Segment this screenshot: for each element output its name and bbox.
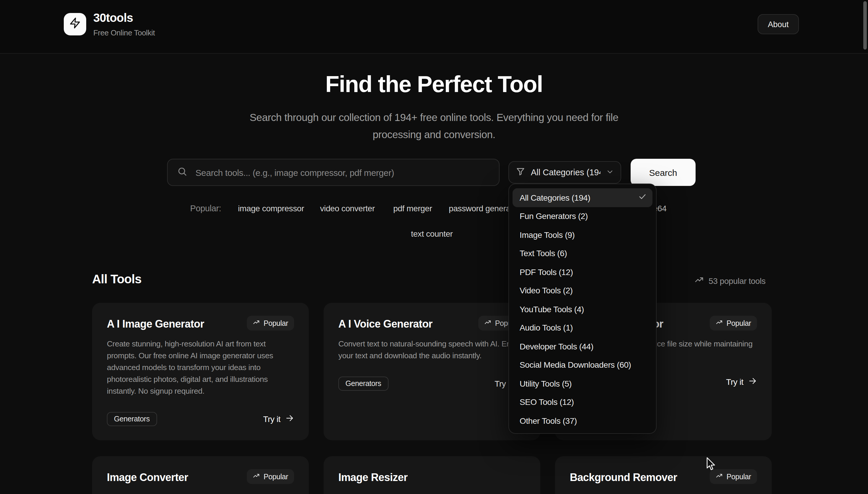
popular-term-pdf-merger[interactable]: pdf merger: [393, 204, 432, 213]
popular-term-video-converter[interactable]: video converter: [320, 204, 375, 213]
search-input[interactable]: [194, 167, 491, 178]
category-option-developer-tools[interactable]: Developer Tools (44): [512, 337, 653, 356]
category-option-all-categories[interactable]: All Categories (194): [512, 188, 653, 207]
trending-up-icon: [253, 472, 260, 481]
subtitle-line-1: Search through our collection of 194+ fr…: [249, 112, 618, 124]
category-option-seo-tools[interactable]: SEO Tools (12): [512, 393, 653, 411]
scrollbar-thumb[interactable]: [863, 1, 867, 50]
card-description: Convert text to natural-sounding speech …: [338, 338, 526, 362]
category-option-video-tools[interactable]: Video Tools (2): [512, 281, 653, 300]
tool-card-background-remover[interactable]: Background Remover Popular Remove image …: [555, 456, 772, 494]
search-icon: [177, 166, 194, 178]
popular-badge-label: Popular: [264, 473, 288, 481]
all-tools-heading: All Tools: [92, 272, 141, 286]
tool-card-ai-voice-generator[interactable]: A I Voice Generator Popular Convert text…: [324, 303, 540, 440]
card-description: Remove image backgrounds automatically w…: [570, 492, 757, 494]
popular-terms-row: Popular: image compressor video converte…: [0, 204, 868, 216]
category-option-other-tools[interactable]: Other Tools (37): [512, 411, 653, 430]
popular-label: Popular:: [190, 204, 221, 213]
tool-card-ai-image-generator[interactable]: A I Image Generator Popular Create stunn…: [92, 303, 309, 440]
popular-badge: Popular: [247, 316, 294, 330]
card-title: Image Converter: [107, 471, 188, 484]
card-description: Create stunning, high-resolution AI art …: [107, 338, 294, 397]
popular-badge: Popular: [247, 469, 294, 484]
popular-badge-label: Popular: [727, 473, 751, 481]
popular-badge: Popular: [710, 469, 757, 484]
card-title: A I Voice Generator: [338, 318, 433, 330]
trending-up-icon: [253, 319, 260, 327]
popular-term-image-compressor[interactable]: image compressor: [238, 204, 304, 213]
card-category-tag: Generators: [107, 412, 157, 426]
tool-card-image-resizer[interactable]: Image Resizer Resize images with custom …: [324, 456, 540, 494]
about-button[interactable]: About: [758, 14, 799, 34]
category-option-image-tools[interactable]: Image Tools (9): [512, 226, 653, 244]
search-button[interactable]: Search: [630, 159, 696, 186]
popular-term-text-counter[interactable]: text counter: [411, 229, 453, 239]
check-icon: [638, 193, 646, 203]
card-title: Image Resizer: [338, 471, 408, 484]
trending-up-icon: [716, 319, 723, 327]
brand-tagline: Free Online Toolkit: [93, 28, 155, 37]
card-title: A I Image Generator: [107, 318, 204, 330]
page-title: Find the Perfect Tool: [0, 71, 868, 97]
card-title: Background Remover: [570, 471, 677, 484]
category-option-audio-tools[interactable]: Audio Tools (1): [512, 318, 653, 337]
search-field[interactable]: [167, 159, 499, 186]
chevron-down-icon: [606, 168, 614, 177]
arrow-right-icon: [748, 377, 757, 387]
search-row: All Categories (194) Search: [167, 159, 696, 186]
tool-card-image-converter[interactable]: Image Converter Popular Convert images b…: [92, 456, 309, 494]
arrow-right-icon: [285, 414, 294, 424]
popular-tools-count: 53 popular tools: [694, 275, 766, 286]
popular-badge-label: Popular: [264, 319, 288, 327]
category-option-youtube-tools[interactable]: YouTube Tools (4): [512, 300, 653, 318]
filter-icon: [516, 167, 525, 178]
card-description: Convert images between different formats…: [107, 492, 294, 494]
category-option-utility-tools[interactable]: Utility Tools (5): [512, 374, 653, 393]
screen: 30tools Free Online Toolkit About Find t…: [0, 0, 868, 494]
popular-tools-count-label: 53 popular tools: [709, 276, 766, 285]
brand-name: 30tools: [93, 11, 133, 25]
zap-icon: [69, 17, 81, 31]
card-description: Resize images with custom dimensions whi…: [338, 492, 526, 494]
category-filter-button[interactable]: All Categories (194): [508, 161, 621, 184]
trending-up-icon: [694, 275, 704, 286]
category-dropdown-menu: All Categories (194) Fun Generators (2) …: [508, 184, 657, 434]
card-category-tag: Generators: [338, 377, 388, 391]
trending-up-icon: [716, 472, 723, 481]
category-option-text-tools[interactable]: Text Tools (6): [512, 244, 653, 263]
trending-up-icon: [485, 319, 492, 327]
category-option-pdf-tools[interactable]: PDF Tools (12): [512, 263, 653, 281]
try-it-link[interactable]: Try it: [726, 377, 757, 387]
popular-badge-label: Popular: [727, 319, 751, 327]
brand-logo[interactable]: [64, 13, 86, 35]
subtitle-line-2: processing and conversion.: [373, 129, 495, 140]
popular-badge: Popular: [710, 316, 757, 330]
popular-terms-row-2: text counter: [0, 229, 868, 242]
header: 30tools Free Online Toolkit About: [0, 0, 868, 54]
category-filter-label: All Categories (194): [531, 168, 601, 177]
category-option-social-media-downloaders[interactable]: Social Media Downloaders (60): [512, 356, 653, 374]
page-subtitle: Search through our collection of 194+ fr…: [0, 109, 868, 144]
try-it-link[interactable]: Try it: [263, 414, 294, 424]
page: 30tools Free Online Toolkit About Find t…: [0, 0, 868, 494]
category-option-fun-generators[interactable]: Fun Generators (2): [512, 207, 653, 226]
